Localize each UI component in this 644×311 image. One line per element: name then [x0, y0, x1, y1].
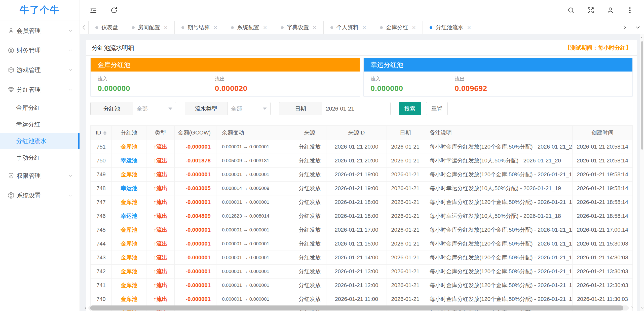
- cell-id: 748: [91, 182, 112, 195]
- pool-card-header: 金库分红池: [91, 58, 360, 72]
- cell-date: 2026-01-21: [387, 154, 424, 168]
- cell-amount: -0.004809: [175, 209, 216, 223]
- horizontal-scroll-thumb[interactable]: [90, 305, 623, 310]
- scroll-right-button[interactable]: [629, 305, 634, 310]
- tabs-scroll-right-button[interactable]: [618, 21, 631, 34]
- tab-close-icon[interactable]: ×: [362, 24, 366, 31]
- sidebar-item-分红管理[interactable]: 分红管理: [0, 80, 80, 99]
- table-row: 745金库池↑流出-0.0000010.000001 → 0.000001分红发…: [91, 223, 633, 237]
- sidebar-item-财务管理[interactable]: 财务管理: [0, 41, 80, 60]
- reset-button[interactable]: 重置: [426, 102, 448, 115]
- more-icon[interactable]: [626, 6, 634, 14]
- cell-balance: 0.000001 → 0.000001: [216, 140, 293, 154]
- tab-分红池流水[interactable]: 分红池流水×: [423, 21, 478, 34]
- table-header-row: ID 分红池 类型 金额(GCOW) 余额变动 来源 来源ID 日期 备注说明: [91, 126, 633, 140]
- chevron-down-icon: [68, 48, 73, 53]
- collapse-icon[interactable]: [89, 6, 97, 14]
- cell-amount: -0.000001: [175, 251, 216, 265]
- cell-type: ↑流出: [146, 168, 175, 182]
- type-filter-select[interactable]: 全部: [228, 102, 270, 115]
- column-header-id[interactable]: ID: [91, 126, 112, 140]
- pool-filter-value: 全部: [137, 105, 148, 113]
- tabs-scroll-left-button[interactable]: [80, 21, 89, 34]
- chevron-up-icon: [640, 36, 644, 39]
- tab-close-icon[interactable]: ×: [263, 24, 267, 31]
- refresh-icon[interactable]: [110, 6, 118, 14]
- cell-created: 2026-01-21 20:58:14: [573, 140, 633, 154]
- scroll-up-button[interactable]: [640, 35, 644, 40]
- cell-source-id: 2026-01-21 18:00: [326, 195, 387, 209]
- tabs-menu-button[interactable]: [631, 21, 644, 34]
- table-row: 744金库池↑流出-0.0000010.000001 → 0.000001分红发…: [91, 237, 633, 251]
- tab-close-icon[interactable]: ×: [412, 24, 416, 31]
- tab-close-icon[interactable]: ×: [467, 24, 471, 31]
- scroll-down-button[interactable]: [640, 305, 644, 310]
- date-filter-input[interactable]: 2026-01-21: [322, 102, 390, 115]
- tab-仪表盘[interactable]: 仪表盘: [89, 21, 125, 34]
- chevron-right-icon: [630, 306, 634, 310]
- cell-source-id: 2026-01-21 19:00: [326, 168, 387, 182]
- sidebar-item-label: 系统设置: [17, 191, 68, 199]
- sidebar-subitem-手动分红[interactable]: 手动分红: [0, 149, 80, 166]
- cell-source-id: 2026-01-21 18:00: [326, 209, 387, 223]
- outflow-value: 0.000020: [215, 84, 247, 93]
- table-row: 749金库池↑流出-0.0000010.000001 → 0.000001分红发…: [91, 168, 633, 182]
- search-button[interactable]: 搜索: [399, 102, 421, 115]
- column-header-created: 创建时间: [573, 126, 633, 140]
- sidebar-subitem-分红池流水[interactable]: 分红池流水: [0, 133, 80, 149]
- table-row: 750幸运池↑流出-0.0018780.005009 → 0.003131分红发…: [91, 154, 633, 168]
- sort-carets[interactable]: [103, 131, 106, 135]
- vertical-scroll-thumb[interactable]: [641, 41, 643, 150]
- cell-created: 2026-01-21 11:30:03: [573, 292, 633, 306]
- tab-label: 金库分红: [386, 24, 408, 31]
- tab-系统配置[interactable]: 系统配置×: [224, 21, 274, 34]
- user-icon[interactable]: [606, 6, 614, 14]
- cell-date: 2026-01-21: [387, 223, 424, 237]
- column-header-type: 类型: [146, 126, 175, 140]
- cell-balance: 0.012823 → 0.008014: [216, 209, 293, 223]
- tab-房间配置[interactable]: 房间配置×: [125, 21, 175, 34]
- cell-note: 每小时幸运分红发放(10人,50%分配) - 2026-01-21_18: [424, 209, 573, 223]
- cell-amount: -0.000001: [175, 237, 216, 251]
- tab-close-icon[interactable]: ×: [213, 24, 217, 31]
- cell-balance: 0.000001 → 0.000001: [216, 168, 293, 182]
- cell-source: 分红发放: [293, 223, 326, 237]
- cell-type: ↑流出: [146, 251, 175, 265]
- cell-created: 2026-01-21 19:58:14: [573, 182, 633, 195]
- cell-pool: 金库池: [112, 292, 146, 306]
- tab-close-icon[interactable]: ×: [164, 24, 168, 31]
- column-header-note: 备注说明: [424, 126, 573, 140]
- sidebar-item-权限管理[interactable]: 权限管理: [0, 166, 80, 186]
- scroll-left-button[interactable]: [83, 305, 88, 310]
- pool-filter-select[interactable]: 全部: [133, 102, 176, 115]
- sidebar-subitem-金库分红[interactable]: 金库分红: [0, 99, 80, 116]
- tab-dot: [380, 26, 383, 29]
- tab-金库分红[interactable]: 金库分红×: [373, 21, 423, 34]
- tab-字典设置[interactable]: 字典设置×: [274, 21, 324, 34]
- cell-pool: 幸运池: [112, 182, 146, 195]
- search-icon[interactable]: [567, 6, 575, 14]
- column-header-balance: 余额变动: [216, 126, 293, 140]
- sidebar-subitem-幸运分红[interactable]: 幸运分红: [0, 116, 80, 133]
- chevron-down-icon: [635, 25, 640, 30]
- user-icon: [8, 27, 15, 34]
- chevron-down-icon: [640, 306, 644, 310]
- cell-note: 每小时金库分红发放(120个金库,50%分配) - 2026-01-21_19: [424, 168, 573, 182]
- tab-个人资料[interactable]: 个人资料×: [324, 21, 373, 34]
- tab-close-icon[interactable]: ×: [313, 24, 317, 31]
- sidebar-item-游戏管理[interactable]: 游戏管理: [0, 60, 80, 80]
- diamond-icon: [8, 86, 15, 93]
- cell-amount: -0.000001: [175, 223, 216, 237]
- sidebar-item-系统设置[interactable]: 系统设置: [0, 186, 80, 205]
- tab-期号结算[interactable]: 期号结算×: [175, 21, 224, 34]
- fullscreen-icon[interactable]: [587, 6, 595, 14]
- main-area: 仪表盘房间配置×期号结算×系统配置×字典设置×个人资料×金库分红×分红池流水× …: [80, 0, 644, 311]
- cell-source-id: 2026-01-21 17:00: [326, 223, 387, 237]
- horizontal-scroll-track[interactable]: [88, 305, 629, 310]
- tab-label: 字典设置: [287, 24, 309, 31]
- cell-type: ↑流出: [146, 140, 175, 154]
- cell-type: ↑流出: [146, 182, 175, 195]
- cell-date: 2026-01-21: [387, 182, 424, 195]
- sidebar-item-会员管理[interactable]: 会员管理: [0, 21, 80, 41]
- table-row: 748幸运池↑流出-0.0030050.008014 → 0.005009分红发…: [91, 182, 633, 195]
